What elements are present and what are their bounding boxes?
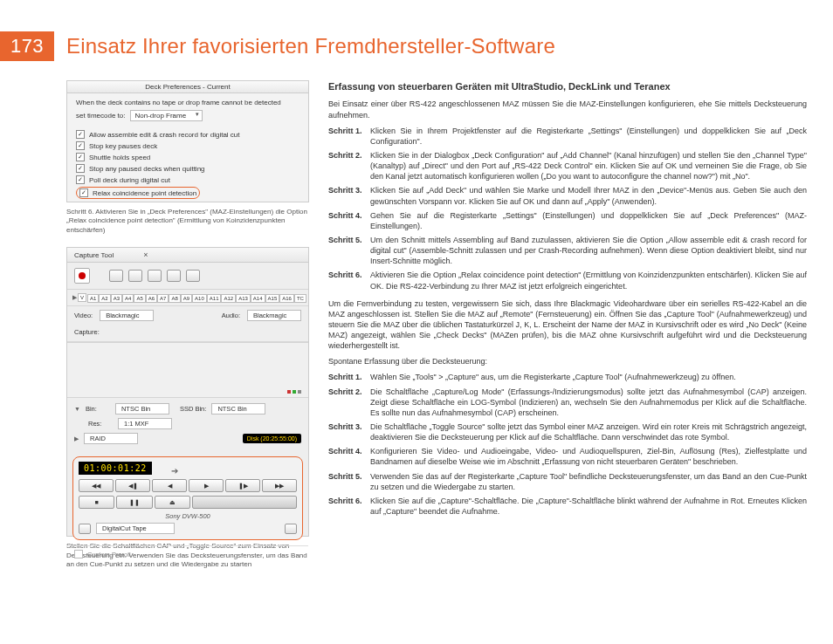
toolbar	[67, 263, 308, 290]
arrow-icon: ➔	[171, 466, 178, 476]
steps-list-1: Schritt 1.Klicken Sie in Ihrem Projektfe…	[328, 126, 807, 291]
step: Schritt 1.Klicken Sie in Ihrem Projektfe…	[328, 126, 807, 147]
tool-icon[interactable]	[186, 270, 200, 282]
raid-combo[interactable]: RAID	[84, 433, 138, 444]
paragraph: Um die Fernverbindung zu testen, vergewi…	[328, 298, 807, 352]
step-label: Schritt 5.	[328, 471, 370, 492]
track-cell[interactable]: A12	[221, 294, 236, 303]
toggle-source-icon[interactable]	[128, 270, 142, 282]
video-combo[interactable]: Blackmagic	[100, 310, 154, 321]
check-shuttle[interactable]: ✓Shuttle holds speed	[76, 153, 299, 161]
track-cell[interactable]: A16	[279, 294, 294, 303]
checkbox-icon[interactable]: ✓	[79, 188, 88, 197]
preroll-checkbox[interactable]	[74, 550, 83, 558]
track-cell[interactable]: A6	[146, 294, 157, 303]
ffwd-button[interactable]: ▶▶	[262, 479, 297, 492]
intro-paragraph: Bei Einsatz einer über RS-422 angeschlos…	[328, 99, 807, 120]
track-cell[interactable]: A4	[122, 294, 134, 303]
step-text: Wählen Sie „Tools" > „Capture" aus, um d…	[370, 372, 807, 382]
track-cell[interactable]: A5	[134, 294, 145, 303]
right-column: Erfassung von steuerbaren Geräten mit Ul…	[328, 80, 807, 581]
step-label: Schritt 1.	[328, 372, 370, 382]
step-label: Schritt 2.	[328, 387, 370, 418]
step-text: Klicken Sie in Ihrem Projektfenster auf …	[370, 126, 807, 147]
eject-button[interactable]: ⏏	[155, 496, 190, 509]
play-back-button[interactable]: ◀	[152, 479, 187, 492]
step: Schritt 4.Gehen Sie auf die Registerkart…	[328, 210, 807, 231]
track-cell[interactable]: A2	[99, 294, 110, 303]
step: Schritt 3.Die Schaltfläche „Toggle Sourc…	[328, 421, 807, 442]
step: Schritt 4.Konfigurieren Sie Video- und A…	[328, 446, 807, 467]
step-label: Schritt 3.	[328, 185, 370, 206]
disclosure-icon[interactable]: ▶	[72, 294, 77, 301]
pause-button[interactable]: ❚❚	[116, 496, 152, 509]
figure1-caption: Schritt 6. Aktivieren Sie in „Deck Prefe…	[66, 208, 309, 235]
track-v[interactable]: V	[78, 293, 86, 302]
check-poll-deck[interactable]: ✓Poll deck during digital cut	[76, 175, 299, 184]
step-label: Schritt 3.	[328, 421, 370, 442]
res-combo[interactable]: 1:1 MXF	[118, 418, 172, 429]
check-stop-key[interactable]: ✓Stop key pauses deck	[76, 141, 299, 150]
page-header: 173 Einsatz Ihrer favorisierten Fremdher…	[0, 0, 833, 61]
timecode-display: 01:00:01:22	[79, 462, 152, 475]
ssd-combo[interactable]: NTSC Bin	[211, 403, 265, 414]
track-cell[interactable]: A3	[111, 294, 122, 303]
check-label: Relax coincidence point detection	[93, 189, 196, 197]
section-heading: Erfassung von steuerbaren Geräten mit Ul…	[328, 80, 807, 93]
track-cell[interactable]: TC	[294, 294, 306, 303]
page-number: 173	[0, 31, 54, 61]
preroll-label: Custom Preroll	[87, 551, 131, 558]
tape-icon[interactable]	[79, 524, 91, 534]
step-label: Schritt 1.	[328, 126, 370, 147]
tape-button[interactable]	[285, 524, 297, 534]
steps-list-2: Schritt 1.Wählen Sie „Tools" > „Capture"…	[328, 372, 807, 517]
track-cell[interactable]: A15	[265, 294, 280, 303]
preview-area	[67, 342, 308, 398]
check-label: Allow assemble edit & crash record for d…	[89, 131, 240, 139]
check-assemble-edit[interactable]: ✓Allow assemble edit & crash record for …	[76, 130, 299, 139]
tape-combo[interactable]: DigitalCut Tape	[96, 523, 175, 534]
step: Schritt 5.Um den Schnitt mittels Assembl…	[328, 235, 807, 266]
step-back-button[interactable]: ◀❚	[115, 479, 150, 492]
step-text: Verwenden Sie das auf der Registerkarte …	[370, 471, 807, 492]
stop-button[interactable]: ■	[79, 496, 114, 509]
track-cell[interactable]: A1	[87, 294, 99, 303]
play-button[interactable]: ▶	[189, 479, 224, 492]
check-stop-paused[interactable]: ✓Stop any paused decks when quitting	[76, 164, 299, 173]
step-text: Klicken Sie auf „Add Deck" und wählen Si…	[370, 185, 807, 206]
window-title: Capture Tool	[74, 251, 114, 259]
track-cell[interactable]: A10	[192, 294, 207, 303]
disclosure-icon[interactable]: ▼	[74, 406, 80, 412]
check-label: Stop any paused decks when quitting	[89, 165, 205, 173]
info-text: When the deck contains no tape or drop f…	[76, 99, 299, 106]
check-label: Shuttle holds speed	[89, 154, 150, 161]
track-cell[interactable]: A8	[169, 294, 180, 303]
disk-readout: Disk (20:25:55:00)	[243, 434, 301, 443]
step: Schritt 2.Klicken Sie in der Dialogbox „…	[328, 150, 807, 182]
bin-combo[interactable]: NTSC Bin	[115, 403, 169, 414]
step: Schritt 6.Klicken Sie auf die „Capture"-…	[328, 496, 807, 517]
track-cell[interactable]: A7	[157, 294, 169, 303]
res-label: Res:	[88, 420, 113, 428]
track-cell[interactable]: A9	[181, 294, 192, 303]
record-button[interactable]	[74, 268, 90, 284]
step-text: Aktivieren Sie die Option „Relax coincid…	[370, 270, 807, 291]
tool-icon[interactable]	[167, 270, 181, 282]
audio-combo[interactable]: Blackmagic	[247, 310, 301, 321]
track-cell[interactable]: A14	[251, 294, 265, 303]
cap-mode-icon[interactable]	[109, 270, 123, 282]
close-icon[interactable]: ×	[143, 250, 148, 259]
disclosure-icon[interactable]: ▶	[74, 435, 79, 442]
left-column: Deck Preferences - Current When the deck…	[66, 80, 309, 581]
timecode-combo[interactable]: Non-drop Frame	[130, 110, 203, 121]
track-cell[interactable]: A11	[207, 294, 222, 303]
track-cell[interactable]: A13	[236, 294, 251, 303]
rewind-button[interactable]: ◀◀	[79, 479, 114, 492]
step-fwd-button[interactable]: ❚▶	[225, 479, 260, 492]
step-label: Schritt 2.	[328, 150, 370, 182]
deck-name: Sony DVW-500	[79, 512, 297, 520]
check-relax-highlight: ✓Relax coincidence point detection	[76, 187, 200, 199]
step-label: Schritt 4.	[328, 446, 370, 467]
tool-icon[interactable]	[148, 270, 162, 282]
shuttle-slider[interactable]	[192, 496, 297, 509]
